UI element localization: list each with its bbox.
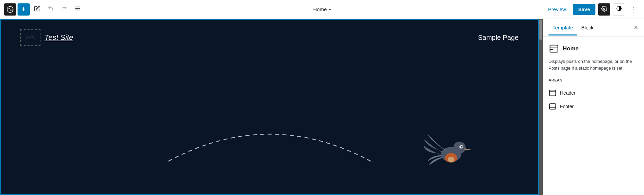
footer-area-icon	[549, 102, 557, 111]
svg-rect-13	[550, 45, 558, 52]
site-header: Test Site Sample Page	[0, 19, 539, 56]
settings-button[interactable]	[598, 3, 610, 16]
add-block-button[interactable]: +	[18, 3, 30, 16]
tab-block[interactable]: Block	[577, 20, 598, 35]
area-item-footer[interactable]: Footer	[549, 100, 639, 113]
right-panel: Template Block × Home Displays posts on …	[543, 19, 644, 195]
canvas-hero	[0, 56, 539, 195]
save-button[interactable]: Save	[573, 4, 595, 15]
redo-icon	[61, 5, 67, 13]
svg-rect-18	[550, 104, 556, 109]
canvas-scrollbar[interactable]	[539, 19, 543, 195]
arc-decoration	[151, 100, 388, 168]
preview-button[interactable]: Preview	[544, 4, 570, 14]
site-nav: Sample Page	[478, 34, 519, 42]
redo-button[interactable]	[58, 3, 70, 16]
canvas-wrapper: Test Site Sample Page	[0, 19, 543, 195]
bird-illustration	[424, 127, 478, 175]
tab-template[interactable]: Template	[549, 20, 577, 35]
settings-icon	[601, 6, 607, 13]
areas-label: AREAS	[549, 78, 639, 82]
header-area-icon	[549, 89, 557, 97]
toolbar-right: Preview Save ⋮	[544, 3, 640, 16]
logo-placeholder	[20, 29, 40, 46]
header-area-label: Header	[560, 90, 576, 96]
site-name[interactable]: Test Site	[45, 33, 73, 42]
panel-tabs: Template Block ×	[543, 19, 644, 36]
svg-point-4	[604, 8, 605, 9]
close-icon: ×	[634, 24, 638, 31]
area-item-header[interactable]: Header	[549, 86, 639, 100]
toolbar-center: Home ▾	[310, 4, 334, 14]
site-logo-area: Test Site	[20, 29, 73, 46]
panel-body: Home Displays posts on the homepage, or …	[543, 36, 644, 195]
template-title: Home	[563, 45, 579, 52]
panel-close-button[interactable]: ×	[631, 22, 641, 33]
page-title-button[interactable]: Home ▾	[310, 4, 334, 14]
canvas-content: Test Site Sample Page	[0, 19, 539, 195]
template-icon	[549, 43, 559, 54]
undo-button[interactable]	[45, 3, 57, 16]
toggle-mode-button[interactable]	[613, 3, 625, 16]
page-title-text: Home	[313, 6, 327, 12]
list-view-button[interactable]	[72, 3, 84, 16]
svg-point-8	[453, 142, 466, 154]
main-area: Test Site Sample Page	[0, 19, 644, 195]
chevron-down-icon: ▾	[329, 7, 331, 12]
template-description: Displays posts on the homepage, or on th…	[549, 58, 639, 71]
svg-point-12	[448, 157, 454, 162]
more-icon: ⋮	[631, 6, 637, 13]
svg-point-10	[461, 146, 463, 148]
list-view-icon	[75, 5, 81, 13]
wordpress-logo[interactable]	[4, 3, 16, 16]
toolbar-left: +	[4, 3, 84, 16]
more-options-button[interactable]: ⋮	[628, 4, 640, 15]
toggle-mode-icon	[616, 5, 622, 13]
edit-icon	[34, 5, 40, 13]
edit-button[interactable]	[31, 3, 43, 16]
template-header: Home	[549, 43, 639, 54]
undo-icon	[48, 5, 54, 13]
footer-area-label: Footer	[560, 104, 573, 109]
nav-item[interactable]: Sample Page	[478, 34, 519, 41]
scroll-thumb[interactable]	[539, 20, 542, 40]
toolbar: +	[0, 0, 644, 19]
plus-icon: +	[22, 5, 26, 13]
svg-rect-16	[550, 90, 556, 96]
